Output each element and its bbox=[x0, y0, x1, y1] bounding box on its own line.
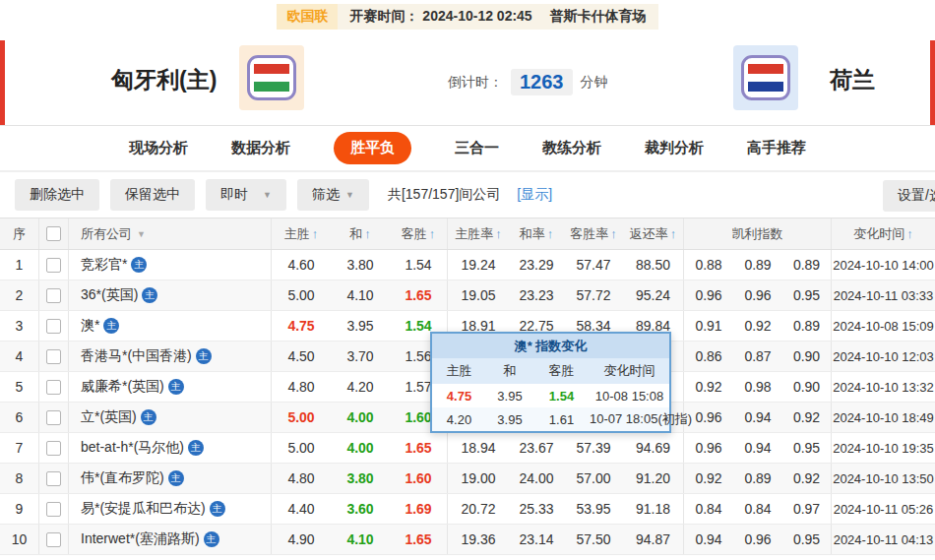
change-time: 2024-10-11 04:13 bbox=[832, 532, 935, 547]
show-link[interactable]: [显示] bbox=[517, 186, 552, 204]
delete-selected-button[interactable]: 删除选中 bbox=[15, 179, 99, 211]
company-cell[interactable]: 澳* 主 bbox=[69, 311, 272, 341]
away-odds: 1.69 bbox=[390, 494, 448, 524]
row-index: 4 bbox=[0, 342, 39, 371]
company-cell[interactable]: 易*(安提瓜和巴布达) 主 bbox=[69, 494, 272, 524]
row-checkbox[interactable] bbox=[46, 441, 61, 456]
tab-win-draw-lose[interactable]: 胜平负 bbox=[334, 132, 411, 164]
tooltip-away-odds: 1.54 bbox=[533, 389, 590, 404]
row-index: 7 bbox=[0, 433, 39, 463]
away-team-flag bbox=[733, 45, 798, 110]
row-checkbox-cell bbox=[39, 494, 69, 524]
tab-three-in-one[interactable]: 三合一 bbox=[455, 139, 499, 157]
settings-button[interactable]: 设置/选择 bbox=[883, 180, 935, 212]
change-time: 2024-10-10 13:32 bbox=[832, 380, 935, 395]
kelly-away: 0.95 bbox=[782, 433, 832, 463]
company-cell[interactable]: Interwet*(塞浦路斯) 主 bbox=[69, 525, 272, 554]
tooltip-header-away: 客胜 bbox=[533, 362, 590, 380]
tooltip-header-row: 主胜 和 客胜 变化时间 bbox=[432, 358, 669, 384]
kelly-draw: 0.96 bbox=[733, 287, 782, 303]
away-odds: 1.60 bbox=[390, 464, 448, 493]
keep-selected-button[interactable]: 保留选中 bbox=[110, 179, 195, 211]
row-checkbox[interactable] bbox=[46, 288, 61, 303]
company-cell[interactable]: 36*(英国) 主 bbox=[69, 280, 272, 310]
row-checkbox[interactable] bbox=[46, 258, 61, 273]
header-company[interactable]: 所有公司 ▼ bbox=[69, 218, 272, 249]
countdown-label: 倒计时： bbox=[448, 74, 503, 92]
company-cell[interactable]: bet-at-h*(马尔他) 主 bbox=[69, 433, 272, 463]
row-checkbox[interactable] bbox=[46, 319, 61, 334]
away-odds: 1.65 bbox=[390, 280, 448, 310]
sort-up-icon: ↑ bbox=[547, 226, 554, 241]
company-cell[interactable]: 威廉希*(英国) 主 bbox=[69, 372, 272, 402]
company-cell[interactable]: 香港马*(中国香港) 主 bbox=[69, 342, 272, 371]
row-checkbox[interactable] bbox=[46, 380, 61, 395]
header-kelly: 凯利指数 bbox=[684, 218, 832, 249]
row-checkbox[interactable] bbox=[46, 532, 61, 547]
team-header: 匈牙利(主) 倒计时： 1263 分钟 荷兰 bbox=[0, 32, 935, 126]
flag-stripe-green bbox=[254, 82, 289, 92]
header-draw-rate[interactable]: 和率↑ bbox=[509, 225, 564, 243]
company-name: 香港马*(中国香港) bbox=[81, 347, 192, 365]
company-name: 易*(安提瓜和巴布达) bbox=[81, 500, 206, 518]
row-checkbox[interactable] bbox=[46, 349, 61, 364]
kelly-draw: 0.89 bbox=[733, 257, 782, 273]
header-return-rate-label: 返还率 bbox=[630, 225, 668, 243]
league-badge: 欧国联 bbox=[277, 4, 338, 30]
change-time: 2024-10-10 13:50 bbox=[832, 471, 935, 486]
sort-up-icon: ↑ bbox=[670, 226, 677, 241]
tab-referee-analysis[interactable]: 裁判分析 bbox=[645, 139, 704, 157]
home-odds: 4.40 bbox=[272, 501, 331, 517]
company-name: bet-at-h*(马尔他) bbox=[81, 439, 184, 457]
chevron-down-icon: ▼ bbox=[137, 229, 146, 239]
tooltip-row: 4.75 3.95 1.54 10-08 15:08 bbox=[432, 384, 669, 407]
tab-expert-recommend[interactable]: 高手推荐 bbox=[747, 139, 806, 157]
tab-coach-analysis[interactable]: 教练分析 bbox=[542, 139, 601, 157]
tab-live-analysis[interactable]: 现场分析 bbox=[129, 139, 188, 157]
kelly-draw: 0.89 bbox=[733, 470, 782, 486]
header-home-rate[interactable]: 主胜率↑ bbox=[448, 225, 509, 243]
home-odds: 4.80 bbox=[272, 470, 331, 486]
home-rate: 19.00 bbox=[448, 470, 509, 486]
tooltip-home-odds: 4.20 bbox=[432, 412, 486, 427]
tab-data-analysis[interactable]: 数据分析 bbox=[231, 139, 290, 157]
main-company-icon: 主 bbox=[196, 348, 212, 364]
main-company-icon: 主 bbox=[142, 287, 157, 303]
return-rate: 91.20 bbox=[623, 464, 684, 493]
return-rate: 91.18 bbox=[623, 494, 684, 524]
odds-comparison-page: 欧国联 开赛时间： 2024-10-12 02:45 普斯卡什体育场 匈牙利(主… bbox=[0, 0, 935, 560]
home-odds: 4.60 bbox=[272, 257, 331, 273]
row-checkbox[interactable] bbox=[46, 410, 61, 425]
company-cell[interactable]: 立*(英国) 主 bbox=[69, 403, 272, 432]
table-toolbar: 删除选中 保留选中 即时 ▼ 筛选 ▼ 共[157/157]间公司 [显示] 设… bbox=[0, 172, 935, 218]
row-checkbox[interactable] bbox=[46, 471, 61, 486]
filter-dropdown[interactable]: 筛选 ▼ bbox=[297, 179, 369, 211]
header-away-rate[interactable]: 客胜率↑ bbox=[564, 225, 623, 243]
header-away-odds[interactable]: 客胜↑ bbox=[390, 218, 448, 249]
right-edge-marker bbox=[930, 40, 935, 125]
instant-dropdown[interactable]: 即时 ▼ bbox=[206, 179, 286, 211]
away-rate: 57.47 bbox=[564, 257, 623, 273]
header-change-time[interactable]: 变化时间↑ bbox=[832, 225, 935, 243]
draw-odds: 4.10 bbox=[331, 287, 390, 303]
header-return-rate[interactable]: 返还率↑ bbox=[623, 218, 684, 249]
kelly-draw: 0.98 bbox=[733, 379, 782, 395]
company-cell[interactable]: 伟*(直布罗陀) 主 bbox=[69, 464, 272, 493]
company-count: 共[157/157]间公司 bbox=[388, 186, 500, 204]
header-draw-odds[interactable]: 和↑ bbox=[331, 225, 390, 243]
home-team-flag bbox=[239, 45, 304, 110]
row-index: 9 bbox=[0, 494, 39, 524]
analysis-tabs: 现场分析 数据分析 胜平负 三合一 教练分析 裁判分析 高手推荐 bbox=[0, 126, 935, 172]
tooltip-away-odds: 1.61 bbox=[533, 412, 590, 427]
row-checkbox-cell bbox=[39, 311, 69, 341]
company-cell[interactable]: 竞彩官* 主 bbox=[69, 250, 272, 280]
header-home-rate-label: 主胜率 bbox=[455, 226, 493, 241]
row-checkbox[interactable] bbox=[46, 502, 61, 517]
select-all-checkbox[interactable] bbox=[46, 226, 61, 241]
draw-odds: 3.70 bbox=[331, 348, 390, 364]
header-home-odds[interactable]: 主胜↑ bbox=[272, 225, 331, 243]
company-name: 威廉希*(英国) bbox=[81, 378, 164, 396]
kelly-home: 0.84 bbox=[684, 501, 733, 517]
draw-rate: 23.23 bbox=[509, 287, 564, 303]
table-row: 2 36*(英国) 主 5.00 4.10 1.65 19.05 23.23 5… bbox=[0, 280, 935, 311]
